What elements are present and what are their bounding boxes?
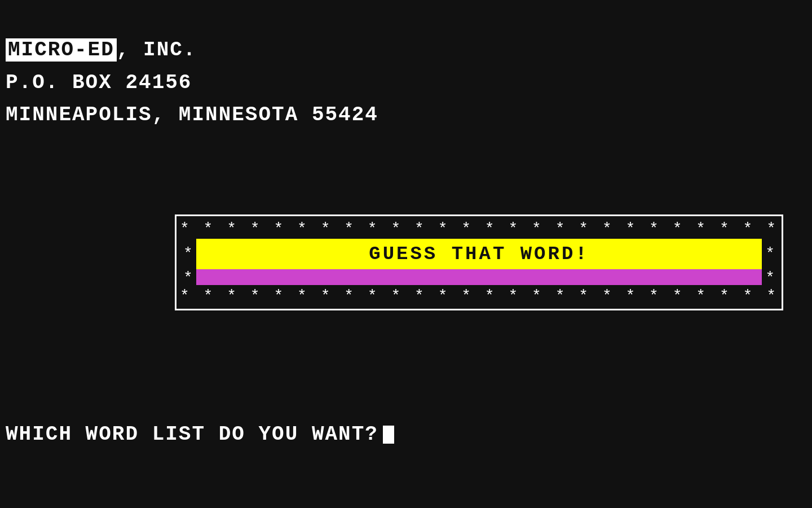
- banner-asterisk-left-bottom: *: [180, 269, 196, 287]
- banner-yellow-bg: GUESS THAT WORD!: [196, 239, 762, 269]
- prompt-text: WHICH WORD LIST DO YOU WANT?: [6, 423, 378, 446]
- banner-outer: * * * * * * * * * * * * * * * * * * * * …: [175, 214, 783, 310]
- banner-asterisk-left-top: *: [180, 239, 196, 269]
- address-block: MICRO-ED, INC. P.O. BOX 24156 MINNEAPOLI…: [6, 34, 378, 132]
- banner-title-text: GUESS THAT WORD!: [369, 243, 589, 265]
- company-name-highlighted: MICRO-ED: [6, 38, 117, 62]
- banner-asterisk-right-top: *: [762, 239, 778, 269]
- cursor: [383, 426, 394, 444]
- banner-container: * * * * * * * * * * * * * * * * * * * * …: [175, 214, 783, 310]
- banner-title-block: GUESS THAT WORD!: [196, 239, 762, 269]
- banner-magenta-bg: [196, 269, 762, 287]
- banner-asterisk-right-bottom: *: [762, 269, 778, 287]
- banner-middle-top: * GUESS THAT WORD! *: [180, 239, 778, 269]
- banner-asterisk-bottom: * * * * * * * * * * * * * * * * * * * * …: [180, 287, 778, 306]
- banner-middle-bottom: * *: [180, 269, 778, 287]
- screen: MICRO-ED, INC. P.O. BOX 24156 MINNEAPOLI…: [0, 0, 812, 508]
- prompt-line: WHICH WORD LIST DO YOU WANT?: [6, 423, 394, 446]
- address-line-1: P.O. BOX 24156: [6, 67, 378, 99]
- company-name-line: MICRO-ED, INC.: [6, 34, 378, 67]
- banner-asterisk-top: * * * * * * * * * * * * * * * * * * * * …: [180, 220, 778, 239]
- banner-magenta-strip: [196, 269, 762, 285]
- address-line-2: MINNEAPOLIS, MINNESOTA 55424: [6, 99, 378, 132]
- company-name-rest: , INC.: [117, 38, 197, 62]
